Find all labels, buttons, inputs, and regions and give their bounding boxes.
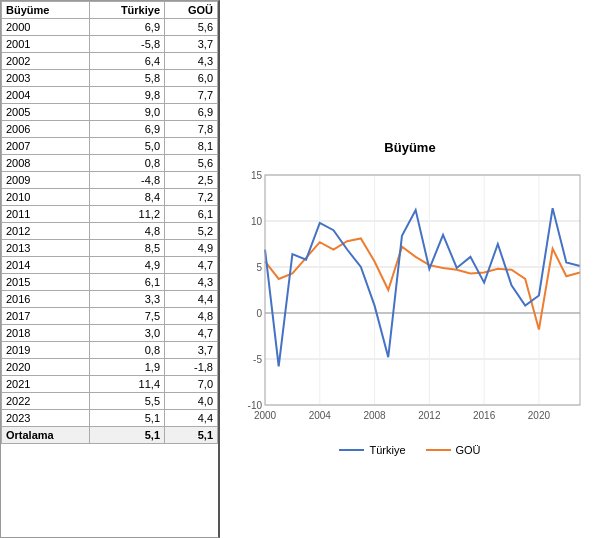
main-container: Büyüme Türkiye GOÜ 20006,95,62001-5,83,7… [0, 0, 600, 538]
cell-r19-c0: 2019 [2, 342, 90, 359]
cell-r4-c0: 2004 [2, 87, 90, 104]
legend-gou-label: GOÜ [456, 444, 481, 456]
col-header-turkiye: Türkiye [90, 2, 165, 19]
cell-r18-c1: 3,0 [90, 325, 165, 342]
cell-r13-c1: 8,5 [90, 240, 165, 257]
cell-r22-c1: 5,5 [90, 393, 165, 410]
cell-r15-c2: 4,3 [165, 274, 218, 291]
cell-r15-c1: 6,1 [90, 274, 165, 291]
cell-r23-c2: 4,4 [165, 410, 218, 427]
cell-r21-c2: 7,0 [165, 376, 218, 393]
cell-r18-c0: 2018 [2, 325, 90, 342]
cell-r1-c2: 3,7 [165, 36, 218, 53]
cell-r9-c2: 2,5 [165, 172, 218, 189]
cell-r6-c0: 2006 [2, 121, 90, 138]
cell-r10-c2: 7,2 [165, 189, 218, 206]
cell-r7-c2: 8,1 [165, 138, 218, 155]
cell-r7-c1: 5,0 [90, 138, 165, 155]
cell-r17-c2: 4,8 [165, 308, 218, 325]
svg-text:2008: 2008 [363, 410, 386, 421]
cell-r14-c0: 2014 [2, 257, 90, 274]
cell-r19-c1: 0,8 [90, 342, 165, 359]
gou-legend-line [426, 449, 451, 451]
chart-title: Büyüme [384, 140, 435, 155]
cell-r23-c1: 5,1 [90, 410, 165, 427]
cell-r12-c0: 2012 [2, 223, 90, 240]
legend-gou: GOÜ [426, 444, 481, 456]
cell-r5-c1: 9,0 [90, 104, 165, 121]
cell-r2-c2: 4,3 [165, 53, 218, 70]
svg-text:2016: 2016 [473, 410, 496, 421]
cell-r12-c2: 5,2 [165, 223, 218, 240]
cell-r11-c2: 6,1 [165, 206, 218, 223]
turkiye-legend-line [339, 449, 364, 451]
cell-r20-c1: 1,9 [90, 359, 165, 376]
svg-rect-25 [265, 175, 580, 405]
col-header-buyume: Büyüme [2, 2, 90, 19]
cell-r8-c2: 5,6 [165, 155, 218, 172]
cell-r3-c1: 5,8 [90, 70, 165, 87]
cell-r6-c1: 6,9 [90, 121, 165, 138]
cell-r21-c1: 11,4 [90, 376, 165, 393]
cell-r15-c0: 2015 [2, 274, 90, 291]
line-chart: -10-5051015200020042008201220162020 [230, 160, 590, 440]
cell-r2-c1: 6,4 [90, 53, 165, 70]
cell-r14-c2: 4,7 [165, 257, 218, 274]
svg-text:10: 10 [251, 216, 263, 227]
cell-r22-c0: 2022 [2, 393, 90, 410]
cell-r22-c2: 4,0 [165, 393, 218, 410]
cell-r10-c1: 8,4 [90, 189, 165, 206]
cell-r24-c2: 5,1 [165, 427, 218, 444]
svg-text:-5: -5 [253, 354, 262, 365]
cell-r7-c0: 2007 [2, 138, 90, 155]
legend-turkiye-label: Türkiye [369, 444, 405, 456]
cell-r21-c0: 2021 [2, 376, 90, 393]
chart-section: Büyüme -10-50510152000200420082012201620… [220, 0, 600, 538]
svg-text:2020: 2020 [528, 410, 551, 421]
cell-r1-c0: 2001 [2, 36, 90, 53]
cell-r11-c0: 2011 [2, 206, 90, 223]
cell-r9-c0: 2009 [2, 172, 90, 189]
cell-r13-c2: 4,9 [165, 240, 218, 257]
svg-text:5: 5 [256, 262, 262, 273]
cell-r5-c0: 2005 [2, 104, 90, 121]
svg-text:0: 0 [256, 308, 262, 319]
cell-r0-c0: 2000 [2, 19, 90, 36]
cell-r13-c0: 2013 [2, 240, 90, 257]
cell-r14-c1: 4,9 [90, 257, 165, 274]
cell-r8-c1: 0,8 [90, 155, 165, 172]
cell-r17-c1: 7,5 [90, 308, 165, 325]
cell-r3-c2: 6,0 [165, 70, 218, 87]
cell-r5-c2: 6,9 [165, 104, 218, 121]
cell-r18-c2: 4,7 [165, 325, 218, 342]
cell-r16-c0: 2016 [2, 291, 90, 308]
svg-text:2004: 2004 [309, 410, 332, 421]
cell-r2-c0: 2002 [2, 53, 90, 70]
cell-r3-c0: 2003 [2, 70, 90, 87]
cell-r17-c0: 2017 [2, 308, 90, 325]
svg-text:2000: 2000 [254, 410, 277, 421]
cell-r0-c1: 6,9 [90, 19, 165, 36]
chart-legend: Türkiye GOÜ [339, 444, 480, 456]
cell-r1-c1: -5,8 [90, 36, 165, 53]
cell-r24-c0: Ortalama [2, 427, 90, 444]
cell-r20-c0: 2020 [2, 359, 90, 376]
cell-r0-c2: 5,6 [165, 19, 218, 36]
data-table: Büyüme Türkiye GOÜ 20006,95,62001-5,83,7… [1, 1, 218, 444]
cell-r10-c0: 2010 [2, 189, 90, 206]
cell-r9-c1: -4,8 [90, 172, 165, 189]
cell-r16-c2: 4,4 [165, 291, 218, 308]
cell-r8-c0: 2008 [2, 155, 90, 172]
cell-r16-c1: 3,3 [90, 291, 165, 308]
cell-r4-c1: 9,8 [90, 87, 165, 104]
cell-r24-c1: 5,1 [90, 427, 165, 444]
svg-text:15: 15 [251, 170, 263, 181]
cell-r23-c0: 2023 [2, 410, 90, 427]
cell-r19-c2: 3,7 [165, 342, 218, 359]
cell-r4-c2: 7,7 [165, 87, 218, 104]
cell-r20-c2: -1,8 [165, 359, 218, 376]
legend-turkiye: Türkiye [339, 444, 405, 456]
cell-r12-c1: 4,8 [90, 223, 165, 240]
cell-r6-c2: 7,8 [165, 121, 218, 138]
col-header-gou: GOÜ [165, 2, 218, 19]
